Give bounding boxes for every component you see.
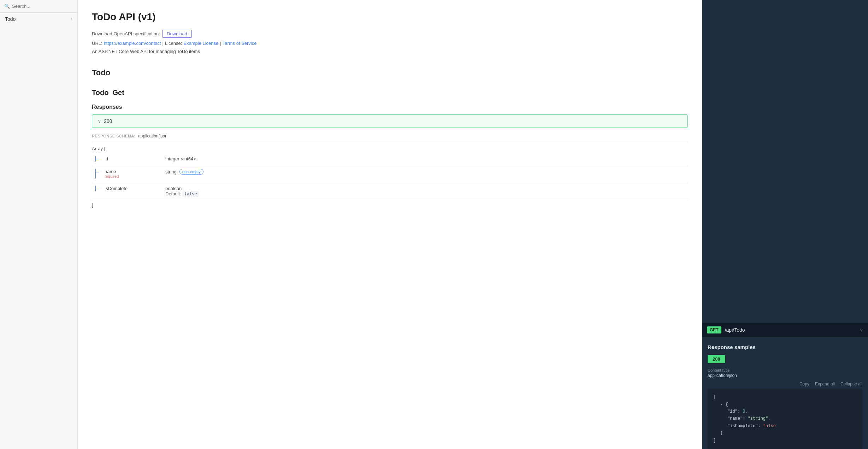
expand-all-button[interactable]: Expand all bbox=[815, 382, 835, 386]
code-line-3: "id": 0, bbox=[713, 408, 857, 415]
sidebar-item-label: Todo bbox=[5, 16, 16, 22]
sidebar-item-todo[interactable]: Todo › bbox=[0, 13, 77, 25]
field-name-id: id bbox=[105, 156, 161, 161]
array-close: ] bbox=[92, 200, 688, 210]
code-block: [ - { "id": 0, "name": "string", "isComp… bbox=[708, 389, 862, 449]
endpoint-title: Todo_Get bbox=[92, 89, 688, 97]
api-description: An ASP.NET Core Web API for managing ToD… bbox=[92, 49, 688, 54]
response-samples-title: Response samples bbox=[708, 344, 862, 350]
chevron-right-icon: › bbox=[71, 17, 72, 22]
schema-type: application/json bbox=[138, 134, 167, 138]
code-line-7: ] bbox=[713, 437, 857, 444]
search-icon: 🔍 bbox=[4, 4, 10, 9]
schema-row-iscomplete: isComplete boolean Default: false bbox=[92, 182, 688, 200]
code-line-5: "isComplete": false bbox=[713, 423, 857, 430]
response-samples-panel: Response samples 200 Content type applic… bbox=[702, 337, 868, 449]
code-actions: Copy Expand all Collapse all bbox=[708, 382, 862, 386]
get-badge: GET bbox=[707, 326, 721, 333]
schema-label: RESPONSE SCHEMA: bbox=[92, 134, 135, 138]
copy-button[interactable]: Copy bbox=[799, 382, 809, 386]
license-label: License: bbox=[165, 41, 182, 46]
field-type-id: integer <int64> bbox=[165, 156, 196, 161]
array-open: Array [ bbox=[92, 143, 688, 153]
field-type-boolean: boolean bbox=[165, 186, 182, 191]
endpoint-chevron-icon: ∨ bbox=[860, 327, 863, 332]
response-200-row[interactable]: ∨ 200 bbox=[92, 114, 688, 128]
field-type-iscomplete: boolean Default: false bbox=[165, 186, 199, 196]
field-type-string: string bbox=[165, 169, 177, 175]
content-type-value: application/json bbox=[708, 373, 862, 378]
field-default: Default: false bbox=[165, 191, 199, 196]
responses-title: Responses bbox=[92, 104, 688, 110]
api-meta: Download OpenAPI specification: Download bbox=[92, 30, 688, 38]
status-tab-200[interactable]: 200 bbox=[708, 355, 725, 363]
search-bar[interactable]: 🔍 bbox=[0, 0, 77, 13]
download-button[interactable]: Download bbox=[162, 30, 192, 38]
field-type-name: string non-empty bbox=[165, 169, 203, 175]
schema-header: RESPONSE SCHEMA: application/json bbox=[92, 134, 688, 138]
code-line-1: [ bbox=[713, 394, 857, 401]
main-content: ToDo API (v1) Download OpenAPI specifica… bbox=[78, 0, 702, 449]
divider-2: | bbox=[220, 41, 221, 46]
endpoint-bar[interactable]: GET /api/Todo ∨ bbox=[702, 323, 868, 337]
terms-link[interactable]: Terms of Service bbox=[223, 41, 257, 46]
response-chevron-icon: ∨ bbox=[98, 119, 101, 124]
page-title: ToDo API (v1) bbox=[92, 11, 688, 23]
non-empty-badge: non-empty bbox=[179, 169, 203, 175]
content-type-section: Content type application/json bbox=[708, 368, 862, 378]
schema-table: Array [ id integer <int64> name required… bbox=[92, 143, 688, 210]
response-code: 200 bbox=[104, 118, 112, 124]
search-input[interactable] bbox=[12, 4, 73, 9]
url-label: URL: bbox=[92, 41, 102, 46]
divider-1: | bbox=[162, 41, 163, 46]
code-line-6: } bbox=[713, 430, 857, 437]
content-type-label: Content type bbox=[708, 368, 862, 372]
right-panel: GET /api/Todo ∨ Response samples 200 Con… bbox=[702, 0, 868, 449]
code-line-2: - { bbox=[713, 401, 857, 408]
code-line-4: "name": "string", bbox=[713, 415, 857, 422]
schema-row-name: name required string non-empty bbox=[92, 165, 688, 182]
api-links: URL: https://example.com/contact | Licen… bbox=[92, 41, 688, 46]
url-link[interactable]: https://example.com/contact bbox=[104, 41, 161, 46]
license-link[interactable]: Example License bbox=[183, 41, 218, 46]
section-title: Todo bbox=[92, 68, 688, 77]
status-tabs: 200 bbox=[708, 355, 862, 363]
collapse-all-button[interactable]: Collapse all bbox=[840, 382, 862, 386]
endpoint-path: /api/Todo bbox=[725, 327, 856, 333]
field-name-iscomplete: isComplete bbox=[105, 186, 161, 191]
sidebar: 🔍 Todo › bbox=[0, 0, 78, 449]
field-name-name: name required bbox=[105, 169, 161, 178]
required-label: required bbox=[105, 174, 161, 178]
schema-row-id: id integer <int64> bbox=[92, 153, 688, 165]
download-spec-label: Download OpenAPI specification: bbox=[92, 31, 160, 36]
